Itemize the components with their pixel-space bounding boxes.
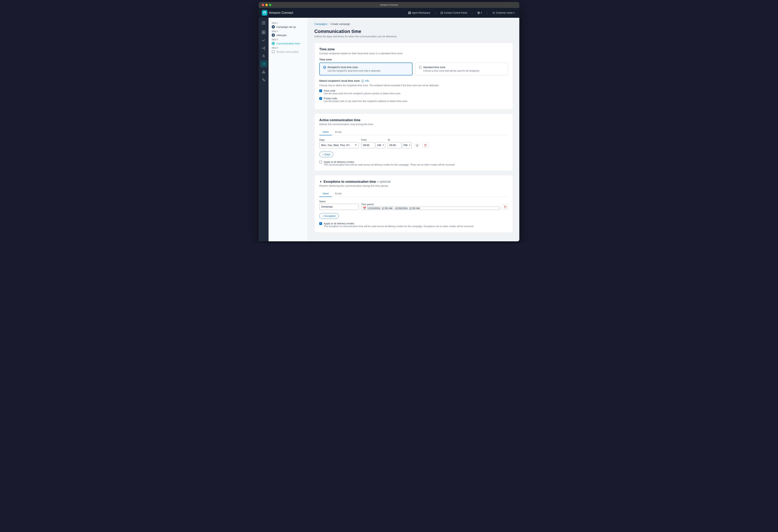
radio-standard-label: Standard time zone: [423, 66, 446, 69]
exception-tab-voice[interactable]: Voice: [319, 190, 332, 197]
tab-voice[interactable]: Voice: [319, 129, 332, 136]
customer-name-label: Customer name: [496, 11, 513, 14]
minimize-button[interactable]: [265, 4, 268, 6]
sidebar-item-analytics[interactable]: [260, 37, 267, 44]
active-comm-title: Active communication time: [319, 118, 508, 122]
postal-checkbox-checkmark: ✓: [320, 97, 321, 99]
radio-local-timezone[interactable]: Recipient's local time zone Use the reci…: [319, 63, 412, 75]
exception-chevron-icon[interactable]: ▼: [319, 180, 322, 183]
sidebar: [259, 18, 268, 241]
exception-subtitle: Restrict delivering the communication du…: [319, 184, 508, 187]
active-comm-card: Active communication time Deliver the co…: [314, 113, 513, 171]
exception-tabs: Voice Email: [319, 190, 508, 197]
apply-all-modes-checkbox[interactable]: [319, 161, 322, 163]
copy-row-btn[interactable]: [414, 143, 420, 149]
sidebar-item-phone[interactable]: [260, 76, 267, 83]
svg-rect-20: [416, 145, 418, 146]
add-days-btn[interactable]: + Days: [319, 152, 333, 157]
sidebar-item-campaigns[interactable]: [260, 60, 267, 68]
info-text[interactable]: Info: [365, 80, 369, 82]
exception-title-text: Exceptions to communication time –: [324, 180, 379, 183]
agent-workspace-btn[interactable]: Agent Workspace: [406, 11, 432, 15]
exceptions-card: ▼ Exceptions to communication time – opt…: [314, 175, 513, 233]
nav-divider-3: |: [487, 11, 487, 14]
exception-date-range-input[interactable]: 📅 12/24/2024, 12:00 AM - 12/26/2024, 12:…: [361, 206, 500, 210]
radio-local-desc: Use the recipient's local time zone that…: [328, 70, 408, 72]
detect-label: Detect recipient's local time zone: [319, 79, 360, 82]
exception-optional-text: optional: [380, 180, 391, 183]
active-comm-subtitle: Deliver the communication only during th…: [319, 123, 508, 126]
logo-icon: [262, 10, 267, 16]
delete-row-btn[interactable]: [422, 143, 428, 149]
exception-date-value: 12/24/2024, 12:00 AM - 12/26/2024, 12:00…: [367, 207, 420, 210]
days-select[interactable]: Mon, Tue, Wed, Thur, Fri: [319, 142, 359, 149]
exception-name-label: Name: [319, 200, 359, 203]
to-ampm-select[interactable]: AM PM: [402, 142, 412, 149]
sidebar-menu-btn[interactable]: [260, 19, 267, 26]
exception-tab-email[interactable]: Email: [332, 190, 345, 197]
timezone-field-label: Time zone: [319, 58, 508, 61]
tab-email[interactable]: Email: [332, 129, 345, 136]
svg-rect-7: [262, 23, 265, 23]
checkbox-checkmark: ✓: [320, 90, 321, 92]
to-time-input[interactable]: [388, 142, 401, 149]
sidebar-item-contacts[interactable]: [260, 68, 267, 75]
page-subtitle: Define the days and times for when the c…: [314, 35, 513, 38]
language-btn[interactable]: ▾: [476, 11, 484, 15]
info-badge[interactable]: i: [361, 80, 364, 83]
agent-workspace-label: Agent Workspace: [412, 11, 431, 14]
add-days-plus: +: [322, 153, 324, 156]
exception-checkbox-checkmark: ✓: [320, 223, 321, 225]
breadcrumb-campaigns[interactable]: Campaigns: [314, 22, 327, 25]
exception-timeperiod-group: Time period 📅 12/24/2024, 12:00 AM - 12/…: [361, 203, 500, 210]
contact-control-panel-btn[interactable]: Contact Control Panel: [439, 11, 469, 15]
sidebar-item-users[interactable]: [260, 53, 267, 60]
sidebar-item-dashboard[interactable]: [260, 29, 267, 36]
exception-apply-all-checkbox[interactable]: ✓: [319, 222, 322, 225]
nav-divider-1: |: [435, 11, 436, 14]
main-content: Campaigns › Create campaign Communicatio…: [308, 18, 519, 241]
svg-rect-8: [262, 24, 265, 24]
from-time-input[interactable]: [361, 142, 375, 149]
svg-rect-9: [262, 31, 263, 32]
delete-exception-btn[interactable]: [502, 204, 508, 210]
maximize-button[interactable]: [269, 4, 271, 6]
days-group: Days Mon, Tue, Wed, Thur, Fri: [319, 139, 359, 149]
step-1: Step 1 Campaign set up: [272, 22, 305, 29]
area-code-checkbox[interactable]: ✓: [319, 89, 322, 92]
logo-text: Amazon Connect: [269, 11, 293, 15]
contact-control-panel-label: Contact Control Panel: [444, 11, 467, 14]
radio-dot-local: [323, 66, 326, 69]
exception-apply-desc: This exception to communication time wil…: [324, 225, 474, 228]
from-label: From: [361, 139, 385, 141]
nav-divider-2: |: [472, 11, 473, 14]
exception-name-input[interactable]: [319, 204, 359, 210]
svg-rect-12: [264, 32, 265, 34]
step-4-circle: [272, 50, 275, 53]
breadcrumb: Campaigns › Create campaign: [314, 22, 513, 25]
content-area: Step 1 Campaign set up Step 2 Attempts: [268, 18, 519, 241]
radio-standard-timezone[interactable]: Standard time zone Choose a time zone th…: [415, 63, 508, 75]
from-ampm-select[interactable]: AM PM: [376, 142, 385, 149]
nav-right: Agent Workspace | Contact Control Panel …: [406, 11, 516, 15]
postal-code-checkbox[interactable]: ✓: [319, 97, 322, 100]
postal-code-label: Postal code: [324, 97, 408, 100]
sidebar-item-routing[interactable]: [260, 45, 267, 52]
add-exception-btn[interactable]: + Exception: [319, 213, 339, 219]
add-exception-plus: +: [322, 214, 324, 217]
step-2-name: Attempts: [277, 34, 287, 37]
step-3: Step 3 Communication time: [272, 38, 305, 46]
radio-standard-desc: Choose a time zone that will be used for…: [423, 70, 504, 72]
close-button[interactable]: [262, 4, 264, 6]
step-4-label: Step 4: [272, 47, 305, 49]
from-group: From AM PM: [361, 139, 385, 149]
active-comm-form-row: Days Mon, Tue, Wed, Thur, Fri From: [319, 139, 508, 149]
step-4-name: Review and publish: [277, 50, 299, 53]
customer-chevron-icon: ▾: [514, 12, 515, 14]
customer-name-btn[interactable]: Customer name ▾: [491, 11, 516, 15]
area-code-desc: Use the area code from the recipient's p…: [324, 92, 401, 95]
step-3-name: Communication time: [277, 42, 300, 45]
exception-title: Exceptions to communication time – optio…: [324, 180, 391, 183]
timezone-card-subtitle: Contact recipients based on their local …: [319, 52, 508, 55]
window-title: Amazon Connect: [380, 4, 398, 6]
